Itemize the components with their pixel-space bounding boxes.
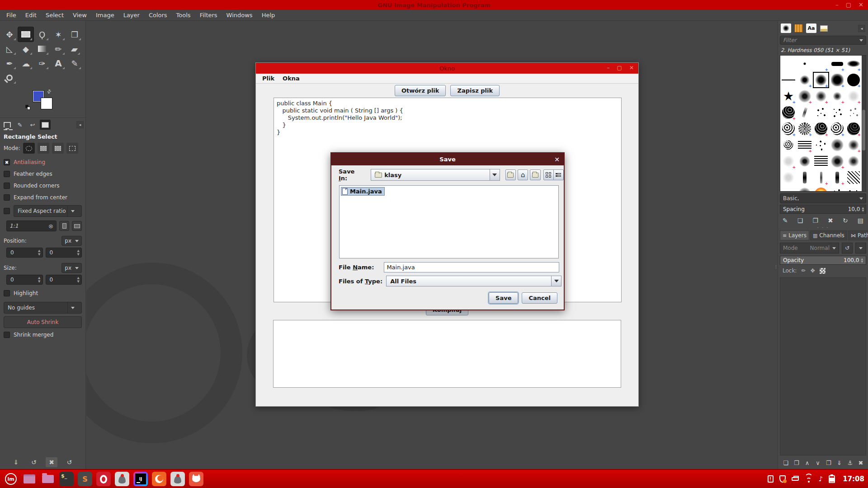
brush-thumb[interactable] [797, 121, 813, 137]
spin-up-icon[interactable]: ▲ [38, 249, 40, 253]
brush-thumb[interactable] [813, 169, 829, 186]
brush-thumb[interactable] [780, 186, 797, 192]
save-dialog-titlebar[interactable]: Save ✕ [331, 153, 564, 165]
menu-view[interactable]: View [68, 11, 91, 19]
zoom-tool-icon[interactable] [2, 70, 17, 85]
clipboard-tray-icon[interactable]: ! [768, 475, 774, 483]
checkbox-icon[interactable] [4, 332, 10, 338]
brush-thumb[interactable] [797, 186, 813, 192]
brush-thumb[interactable] [797, 72, 813, 88]
size-x-stepper[interactable]: 0 ▲▼ [6, 275, 43, 285]
brush-thumb[interactable] [845, 72, 862, 88]
brush-thumb[interactable] [829, 186, 845, 192]
transform-tool-icon[interactable]: ◺ [2, 42, 17, 56]
background-color-swatch[interactable] [41, 98, 52, 109]
mode-replace-button[interactable] [23, 143, 35, 154]
fuzzy-select-tool-icon[interactable]: ✶ [51, 27, 66, 42]
menu-tools[interactable]: Tools [172, 11, 195, 19]
brush-thumb[interactable] [829, 88, 845, 104]
brush-thumb[interactable] [845, 137, 862, 153]
brush-thumb[interactable] [797, 56, 813, 72]
spin-up-icon[interactable]: ▲ [77, 249, 80, 253]
edit-brush-icon[interactable]: ✎ [783, 217, 788, 224]
smudge-tool-icon[interactable]: ☁ [18, 56, 33, 70]
files-of-type-combobox[interactable]: All Files [386, 276, 561, 286]
brush-thumb[interactable] [829, 137, 845, 153]
rectangle-select-tool-icon[interactable] [18, 27, 33, 42]
okno-titlebar[interactable]: Okno – ▢ ✕ [256, 63, 638, 74]
lock-pixels-icon[interactable]: ✏ [801, 267, 806, 274]
open-brush-icon[interactable]: ▤ [858, 217, 863, 224]
close-icon[interactable]: ✕ [859, 0, 863, 10]
close-icon[interactable]: ✕ [629, 63, 634, 73]
collapse-dock-icon[interactable]: ◂ [858, 25, 865, 32]
close-icon[interactable]: ✕ [554, 153, 560, 165]
menu-help[interactable]: Help [257, 11, 280, 19]
save-options-icon[interactable]: ⇓ [10, 457, 22, 467]
spin-down-icon[interactable]: ▼ [77, 280, 80, 283]
portrait-button[interactable] [59, 221, 69, 231]
security-shield-icon[interactable] [779, 475, 786, 483]
dock-splitter-handle[interactable]: ··· [774, 265, 777, 269]
image-tab[interactable] [40, 120, 51, 130]
menu-okna[interactable]: Okna [279, 75, 303, 82]
taskbar-sublime-text[interactable]: S [78, 472, 92, 486]
delete-layer-icon[interactable]: ✖ [856, 460, 866, 466]
brush-thumb[interactable] [797, 153, 813, 169]
spin-down-icon[interactable]: ▼ [38, 253, 40, 256]
minimize-icon[interactable]: – [835, 0, 839, 10]
aspect-ratio-input[interactable]: 1:1 ⊗ [6, 221, 57, 231]
tab-channels[interactable]: ▥ Channels [810, 230, 847, 240]
taskbar-gimp[interactable] [189, 472, 203, 486]
brush-thumb[interactable] [845, 186, 862, 192]
brush-thumb[interactable] [813, 88, 829, 104]
landscape-button[interactable] [72, 221, 82, 231]
menu-edit[interactable]: Edit [21, 11, 41, 19]
gradient-tool-icon[interactable] [34, 42, 50, 56]
checkbox-icon[interactable] [4, 194, 10, 201]
brush-scrollbar[interactable] [862, 56, 866, 191]
brush-thumb[interactable] [845, 56, 862, 72]
duplicate-brush-icon[interactable]: ❐ [812, 217, 818, 224]
taskbar-intellij[interactable]: IJ [133, 472, 148, 486]
combo-arrow-icon[interactable] [490, 169, 500, 180]
brush-thumb[interactable] [813, 153, 829, 169]
brush-grid[interactable]: ★ [780, 55, 866, 192]
delete-options-icon[interactable]: ✖ [46, 457, 57, 467]
shrink-merged-option[interactable]: Shrink merged [0, 329, 85, 341]
highlight-option[interactable]: Highlight [0, 287, 85, 299]
position-y-stepper[interactable]: 0 ▲▼ [46, 248, 82, 258]
dock-splitter-handle[interactable]: · · · [780, 226, 866, 230]
home-button[interactable]: ⌂ [518, 169, 528, 180]
brush-thumb[interactable] [813, 56, 829, 72]
feather-edges-option[interactable]: Feather edges [0, 168, 85, 180]
menu-image[interactable]: Image [91, 11, 119, 19]
crop-tool-icon[interactable]: ❐ [67, 27, 82, 42]
size-unit-dropdown[interactable]: px [61, 263, 82, 273]
size-y-stepper[interactable]: 0 ▲▼ [46, 275, 82, 285]
duplicate-layer-icon[interactable]: ❐ [824, 460, 834, 466]
wifi-icon[interactable] [805, 476, 813, 482]
brush-thumb[interactable] [829, 153, 845, 169]
bucket-fill-tool-icon[interactable]: ◆ [18, 42, 33, 56]
undo-history-tab[interactable]: ↩ [27, 120, 38, 130]
file-list[interactable]: Main.java [339, 185, 559, 258]
tab-layers[interactable]: ≡ Layers [780, 230, 809, 240]
list-view-button[interactable] [553, 169, 564, 180]
restore-options-icon[interactable]: ↺ [28, 457, 40, 467]
checkbox-icon[interactable] [4, 183, 10, 189]
brush-thumb[interactable]: ★ [780, 88, 797, 104]
taskbar-java-app-2[interactable] [170, 472, 185, 486]
opacity-slider[interactable]: Opacity 100,0 ▲▼ [780, 256, 866, 265]
spin-up-icon[interactable]: ▲ [77, 277, 80, 280]
brush-thumb[interactable] [845, 104, 862, 121]
cancel-button[interactable]: Cancel [522, 292, 557, 304]
checkbox-icon[interactable] [4, 171, 10, 177]
open-file-button[interactable]: Otwórz plik [395, 85, 446, 96]
brush-filter-input[interactable]: Filter [780, 36, 866, 45]
document-history-tab[interactable] [819, 23, 829, 33]
guides-dropdown[interactable]: No guides [4, 302, 82, 314]
auto-shrink-button[interactable]: Auto Shrink [4, 316, 82, 328]
media-note-icon[interactable]: ♪ [819, 475, 823, 483]
paintbrush-tool-icon[interactable]: ✏ [51, 42, 66, 56]
